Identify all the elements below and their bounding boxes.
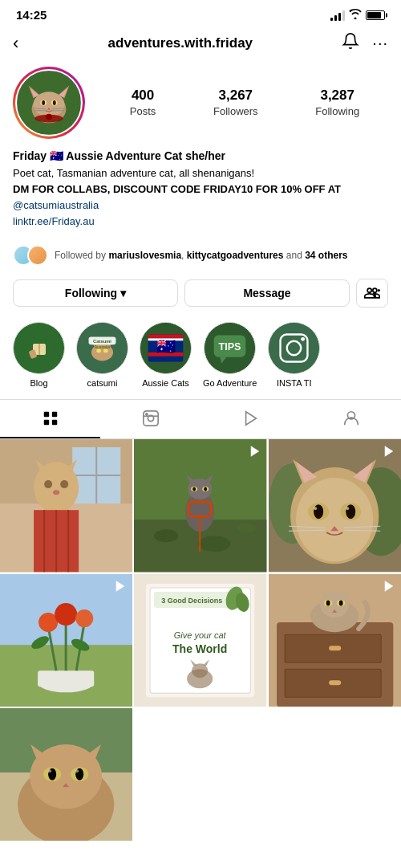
following-count: 3,287: [315, 88, 359, 104]
signal-icon: [330, 10, 345, 21]
back-button[interactable]: ‹: [13, 33, 18, 54]
followers-label: Followers: [213, 105, 258, 117]
highlight-insta[interactable]: INSTA TI: [268, 322, 320, 388]
highlight-tips[interactable]: TIPS Go Adventure: [203, 322, 257, 388]
svg-point-85: [192, 487, 196, 491]
profile-avatar-ring[interactable]: [13, 67, 85, 139]
posts-count: 400: [130, 88, 156, 104]
posts-label: Posts: [130, 105, 156, 117]
svg-rect-51: [143, 411, 157, 426]
svg-point-75: [198, 536, 230, 552]
svg-point-102: [346, 507, 349, 511]
svg-text:3 Good Decisions: 3 Good Decisions: [161, 597, 222, 605]
highlight-catsumi-label: catsumi: [87, 378, 118, 388]
svg-point-9: [42, 100, 45, 105]
photo-grid: 3 Good Decisions Give your cat The World: [0, 439, 401, 841]
grid-item-3[interactable]: [269, 439, 401, 572]
svg-point-43: [269, 323, 319, 373]
followers-stat[interactable]: 3,267 Followers: [213, 88, 258, 118]
tab-bar: [0, 399, 401, 439]
bio-name: Friday 🇦🇺 Aussie Adventure Cat she/her: [13, 149, 388, 165]
svg-rect-113: [38, 670, 94, 687]
svg-point-148: [338, 600, 342, 605]
highlight-circle-catsumi: Catsumi Australia: [76, 322, 128, 374]
wifi-icon: [349, 9, 362, 22]
grid-item-1[interactable]: [0, 439, 132, 572]
header-nav: ‹ adventures.with.friday ···: [0, 26, 401, 60]
svg-marker-152: [385, 581, 394, 592]
mutual-followers: Followed by mariuslovesmia, kittycatgoad…: [0, 238, 401, 272]
video-indicator-2: [248, 444, 262, 462]
svg-point-70: [60, 480, 68, 488]
following-button[interactable]: Following ▾: [13, 279, 178, 307]
highlight-aussie-label: Aussie Cats: [142, 378, 189, 388]
svg-point-86: [205, 487, 208, 491]
more-options-icon[interactable]: ···: [372, 34, 388, 52]
highlight-tips-label: Go Adventure: [203, 378, 257, 388]
highlight-aussie[interactable]: 🇦🇺 Aussie Cats: [140, 322, 192, 388]
svg-marker-87: [250, 446, 259, 458]
grid-item-4[interactable]: [0, 574, 132, 707]
grid-item-5[interactable]: 3 Good Decisions Give your cat The World: [134, 574, 266, 707]
highlight-catsumi[interactable]: Catsumi Australia catsumi: [76, 322, 128, 388]
svg-marker-122: [116, 581, 125, 592]
svg-text:🇦🇺: 🇦🇺: [156, 337, 176, 356]
notifications-icon[interactable]: [342, 32, 359, 54]
stats-row: 400 Posts 3,267 Followers 3,287 Followin…: [101, 88, 388, 118]
svg-point-71: [53, 490, 59, 495]
svg-point-92: [296, 478, 373, 561]
status-bar: 14:25: [0, 0, 401, 26]
add-person-button[interactable]: [356, 279, 388, 308]
mutual-text: Followed by mariuslovesmia, kittycatgoad…: [55, 250, 388, 261]
svg-rect-142: [329, 680, 341, 685]
mutual-avatar-2: [27, 245, 48, 266]
highlight-insta-label: INSTA TI: [277, 378, 312, 388]
status-time: 14:25: [16, 8, 47, 22]
grid-item-6[interactable]: [269, 574, 401, 707]
header-action-icons: ···: [342, 32, 388, 54]
bio-line1: Poet cat, Tasmanian adventure cat, all s…: [13, 166, 388, 181]
svg-point-74: [154, 530, 178, 543]
bio-section: Friday 🇦🇺 Aussie Adventure Cat she/her P…: [0, 149, 401, 238]
svg-point-119: [75, 609, 93, 627]
svg-point-76: [237, 524, 257, 533]
followers-count: 3,267: [213, 88, 258, 104]
message-button[interactable]: Message: [184, 279, 350, 307]
grid-item-7[interactable]: [0, 708, 132, 841]
svg-point-99: [314, 505, 323, 520]
svg-point-162: [48, 769, 51, 772]
following-label: Following: [315, 105, 359, 117]
svg-rect-49: [43, 420, 48, 425]
bio-link1[interactable]: @catsumiaustralia: [13, 198, 388, 213]
svg-point-69: [44, 480, 52, 488]
svg-point-101: [314, 507, 317, 511]
highlight-circle-aussie: 🇦🇺: [140, 322, 192, 374]
video-indicator-4: [113, 579, 128, 597]
tab-tagged[interactable]: [301, 400, 401, 438]
svg-point-6: [34, 92, 65, 116]
svg-point-118: [55, 603, 77, 626]
highlight-blog[interactable]: Blog: [13, 322, 65, 388]
svg-text:The World: The World: [172, 642, 227, 655]
highlights-row: Blog Catsumi Australia catsumi: [0, 314, 401, 396]
tab-grid[interactable]: [0, 400, 100, 438]
video-indicator-3: [382, 444, 396, 462]
tab-reels[interactable]: [100, 400, 200, 438]
grid-item-2[interactable]: [134, 439, 266, 572]
profile-username: adventures.with.friday: [108, 35, 253, 51]
bio-link2[interactable]: linktr.ee/Friday.au: [13, 214, 388, 229]
svg-point-53: [145, 414, 147, 415]
svg-point-28: [96, 349, 101, 353]
highlight-blog-label: Blog: [30, 378, 47, 388]
profile-top: 400 Posts 3,267 Followers 3,287 Followin…: [13, 67, 388, 139]
svg-rect-141: [329, 646, 341, 650]
tab-play[interactable]: [200, 400, 301, 438]
posts-stat[interactable]: 400 Posts: [130, 88, 156, 118]
svg-marker-55: [245, 412, 256, 426]
svg-point-46: [302, 337, 306, 341]
action-buttons: Following ▾ Message: [0, 272, 401, 314]
video-indicator-6: [382, 579, 396, 597]
following-stat[interactable]: 3,287 Following: [315, 88, 359, 118]
status-icons: [330, 9, 385, 22]
svg-text:TIPS: TIPS: [219, 341, 241, 352]
